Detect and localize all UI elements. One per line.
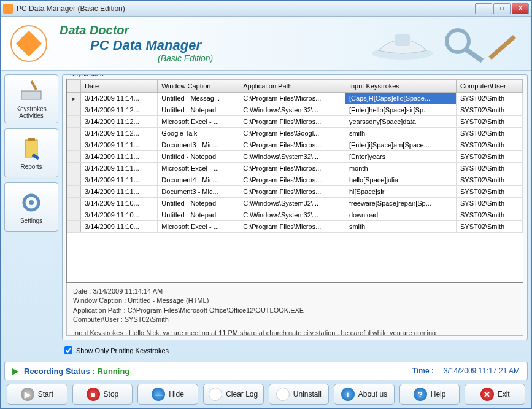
cell-keys[interactable]: month xyxy=(345,163,456,174)
cell-caption[interactable]: Document3 - Mic... xyxy=(158,139,239,151)
column-header[interactable]: Input Keystrokes xyxy=(345,80,456,93)
cell-caption[interactable]: Microsoft Excel - ... xyxy=(158,163,239,174)
table-row[interactable]: 3/14/2009 11:12...Untitled - NotepadC:\W… xyxy=(67,104,523,116)
sidebar-item-settings[interactable]: Settings xyxy=(4,182,58,232)
cell-user[interactable]: SYST02\Smith xyxy=(457,151,523,163)
row-header[interactable] xyxy=(67,209,81,221)
cell-keys[interactable]: smith xyxy=(345,128,456,139)
table-row[interactable]: 3/14/2009 11:11...Document3 - Mic...C:\P… xyxy=(67,186,523,198)
cell-date[interactable]: 3/14/2009 11:11... xyxy=(81,186,158,198)
cell-path[interactable]: C:\Program Files\Micros... xyxy=(239,139,345,151)
minimize-button[interactable]: — xyxy=(475,3,492,14)
cell-user[interactable]: SYST02\Smith xyxy=(457,186,523,198)
row-header[interactable] xyxy=(67,104,81,116)
cell-date[interactable]: 3/14/2009 11:11... xyxy=(81,163,158,174)
clear-log-button[interactable]: ◧Clear Log xyxy=(203,384,264,405)
about-button[interactable]: iAbout us xyxy=(334,384,395,405)
cell-caption[interactable]: Untitled - Notepad xyxy=(158,209,239,221)
column-header[interactable]: Computer\User xyxy=(457,80,523,93)
keystrokes-grid[interactable]: DateWindow CaptionApplication PathInput … xyxy=(66,79,523,283)
cell-path[interactable]: C:\Program Files\Micros... xyxy=(239,163,345,174)
maximize-button[interactable]: □ xyxy=(493,3,511,14)
sidebar-item-reports[interactable]: Reports xyxy=(4,128,58,177)
row-header[interactable] xyxy=(67,128,81,139)
cell-caption[interactable]: Untitled - Notepad xyxy=(158,151,239,163)
cell-path[interactable]: C:\Windows\System32\... xyxy=(239,104,345,116)
cell-user[interactable]: SYST02\Smith xyxy=(457,116,523,128)
cell-path[interactable]: C:\Program Files\Micros... xyxy=(239,186,345,198)
table-row[interactable]: 3/14/2009 11:10...Untitled - NotepadC:\W… xyxy=(67,209,523,221)
cell-path[interactable]: C:\Program Files\Micros... xyxy=(239,221,345,233)
cell-user[interactable]: SYST02\Smith xyxy=(457,221,523,233)
cell-caption[interactable]: Untitled - Notepad xyxy=(158,198,239,209)
table-row[interactable]: 3/14/2009 11:14...Untitled - Messag...C:… xyxy=(67,93,523,104)
table-row[interactable]: 3/14/2009 11:10...Microsoft Excel - ...C… xyxy=(67,221,523,233)
row-header[interactable] xyxy=(67,116,81,128)
cell-keys[interactable]: yearssony[Space]data xyxy=(345,116,456,128)
stop-button[interactable]: ■Stop xyxy=(72,384,133,405)
table-row[interactable]: 3/14/2009 11:11...Untitled - NotepadC:\W… xyxy=(67,151,523,163)
cell-path[interactable]: C:\Program Files\Micros... xyxy=(239,93,345,104)
cell-date[interactable]: 3/14/2009 11:11... xyxy=(81,151,158,163)
cell-keys[interactable]: [Caps]H[Caps]ello[Space... xyxy=(345,93,456,104)
cell-caption[interactable]: Untitled - Notepad xyxy=(158,104,239,116)
cell-path[interactable]: C:\Windows\System32\... xyxy=(239,209,345,221)
close-button[interactable]: X xyxy=(512,3,529,14)
cell-caption[interactable]: Document4 - Mic... xyxy=(158,174,239,186)
cell-date[interactable]: 3/14/2009 11:10... xyxy=(81,209,158,221)
cell-user[interactable]: SYST02\Smith xyxy=(457,128,523,139)
cell-date[interactable]: 3/14/2009 11:10... xyxy=(81,198,158,209)
cell-user[interactable]: SYST02\Smith xyxy=(457,104,523,116)
cell-user[interactable]: SYST02\Smith xyxy=(457,139,523,151)
cell-date[interactable]: 3/14/2009 11:12... xyxy=(81,116,158,128)
cell-user[interactable]: SYST02\Smith xyxy=(457,93,523,104)
table-row[interactable]: 3/14/2009 11:12...Google TalkC:\Program … xyxy=(67,128,523,139)
cell-caption[interactable]: Untitled - Messag... xyxy=(158,93,239,104)
cell-path[interactable]: C:\Windows\System32\... xyxy=(239,151,345,163)
show-only-printing-checkbox[interactable] xyxy=(64,346,72,354)
cell-keys[interactable]: hi[Space]sir xyxy=(345,186,456,198)
column-header[interactable]: Window Caption xyxy=(158,80,239,93)
table-row[interactable]: 3/14/2009 11:10...Untitled - NotepadC:\W… xyxy=(67,198,523,209)
cell-date[interactable]: 3/14/2009 11:14... xyxy=(81,93,158,104)
row-header[interactable] xyxy=(67,198,81,209)
column-header[interactable]: Application Path xyxy=(239,80,345,93)
cell-keys[interactable]: freeware[Space]repair[Sp... xyxy=(345,198,456,209)
cell-date[interactable]: 3/14/2009 11:10... xyxy=(81,221,158,233)
row-header[interactable] xyxy=(67,93,81,104)
row-header[interactable] xyxy=(67,163,81,174)
cell-caption[interactable]: Microsoft Excel - ... xyxy=(158,116,239,128)
row-header[interactable] xyxy=(67,221,81,233)
help-button[interactable]: ?Help xyxy=(399,384,460,405)
row-header[interactable] xyxy=(67,139,81,151)
cell-keys[interactable]: [Enter]i[Space]am[Space... xyxy=(345,139,456,151)
cell-date[interactable]: 3/14/2009 11:11... xyxy=(81,139,158,151)
row-header[interactable] xyxy=(67,186,81,198)
hide-button[interactable]: —Hide xyxy=(137,384,198,405)
table-row[interactable]: 3/14/2009 11:12...Microsoft Excel - ...C… xyxy=(67,116,523,128)
row-header[interactable] xyxy=(67,174,81,186)
column-header[interactable]: Date xyxy=(81,80,158,93)
cell-date[interactable]: 3/14/2009 11:12... xyxy=(81,104,158,116)
row-header[interactable] xyxy=(67,151,81,163)
table-row[interactable]: 3/14/2009 11:11...Document3 - Mic...C:\P… xyxy=(67,139,523,151)
cell-path[interactable]: C:\Program Files\Micros... xyxy=(239,116,345,128)
cell-user[interactable]: SYST02\Smith xyxy=(457,174,523,186)
start-button[interactable]: ▶Start xyxy=(7,384,67,405)
cell-path[interactable]: C:\Program Files\Micros... xyxy=(239,174,345,186)
cell-user[interactable]: SYST02\Smith xyxy=(457,198,523,209)
exit-button[interactable]: ✕Exit xyxy=(465,384,525,405)
cell-keys[interactable]: smith xyxy=(345,221,456,233)
cell-keys[interactable]: [Enter]hello[Space]sir[Sp... xyxy=(345,104,456,116)
cell-caption[interactable]: Document3 - Mic... xyxy=(158,186,239,198)
uninstall-button[interactable]: 🗑Uninstall xyxy=(269,384,330,405)
cell-keys[interactable]: [Enter]years xyxy=(345,151,456,163)
cell-path[interactable]: C:\Windows\System32\... xyxy=(239,198,345,209)
cell-date[interactable]: 3/14/2009 11:11... xyxy=(81,174,158,186)
cell-user[interactable]: SYST02\Smith xyxy=(457,163,523,174)
cell-keys[interactable]: hello[Space]julia xyxy=(345,174,456,186)
sidebar-item-keystrokes[interactable]: Keystrokes Activities xyxy=(4,74,58,123)
cell-date[interactable]: 3/14/2009 11:12... xyxy=(81,128,158,139)
cell-user[interactable]: SYST02\Smith xyxy=(457,209,523,221)
cell-path[interactable]: C:\Program Files\Googl... xyxy=(239,128,345,139)
